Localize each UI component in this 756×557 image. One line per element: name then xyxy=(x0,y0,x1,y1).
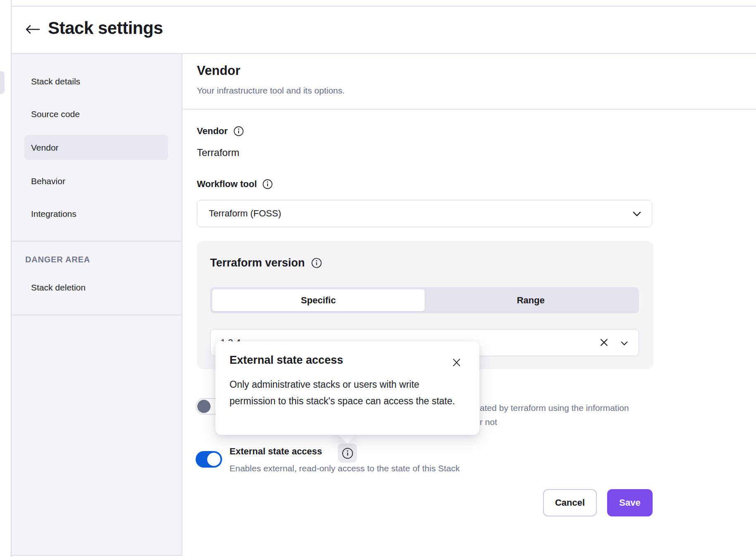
terraform-version-title: Terraform version xyxy=(210,257,305,269)
sidebar-item-vendor[interactable]: Vendor xyxy=(24,135,168,160)
external-state-access-description: Enables external, read-only access to th… xyxy=(230,463,460,473)
info-icon xyxy=(342,447,354,459)
chevron-down-icon xyxy=(631,208,643,222)
stack-settings-page: Stack settings Stack details Source code… xyxy=(0,0,756,557)
section-divider xyxy=(183,109,756,110)
settings-sidebar: Stack details Source code Vendor Behavio… xyxy=(12,54,182,556)
external-state-access-toggle[interactable] xyxy=(196,451,222,468)
sidebar-section-divider xyxy=(12,315,182,315)
cancel-button[interactable]: Cancel xyxy=(543,489,597,516)
external-state-access-label: External state access xyxy=(230,446,322,457)
workflow-tool-selected-value: Terraform (FOSS) xyxy=(209,208,281,219)
info-icon[interactable] xyxy=(262,179,273,190)
chevron-down-icon[interactable] xyxy=(619,338,629,348)
clear-icon[interactable] xyxy=(598,337,610,348)
arrow-left-icon xyxy=(24,24,40,36)
section-subtitle: Your infrastructure tool and its options… xyxy=(197,86,345,96)
external-state-info-chip[interactable] xyxy=(338,444,357,463)
occluded-description-line1: ated by terraform using the information xyxy=(480,403,629,413)
sidebar-item-stack-deletion[interactable]: Stack deletion xyxy=(12,275,182,300)
vendor-field-label-row: Vendor xyxy=(197,126,244,137)
sidebar-item-source-code[interactable]: Source code xyxy=(12,101,182,127)
sidebar-item-behavior[interactable]: Behavior xyxy=(12,168,182,194)
workflow-tool-label-row: Workflow tool xyxy=(197,179,273,190)
occluded-description-line2: r not xyxy=(480,417,497,427)
toggle-knob xyxy=(207,453,220,466)
save-button[interactable]: Save xyxy=(607,489,653,516)
tooltip-title: External state access xyxy=(230,354,343,367)
page-title: Stack settings xyxy=(48,18,163,38)
section-title: Vendor xyxy=(197,63,240,78)
external-state-access-tooltip: External state access Only administrativ… xyxy=(215,341,479,435)
back-button[interactable] xyxy=(23,21,41,39)
info-icon[interactable] xyxy=(311,257,322,269)
drawer-handle[interactable] xyxy=(0,71,5,94)
sidebar-section-divider xyxy=(12,241,182,242)
sidebar-item-stack-details[interactable]: Stack details xyxy=(12,69,182,94)
terraform-version-title-row: Terraform version xyxy=(210,257,322,269)
vendor-field-label: Vendor xyxy=(197,126,228,137)
workflow-tool-select[interactable]: Terraform (FOSS) xyxy=(197,200,652,227)
version-mode-tabs: Specific Range xyxy=(210,287,639,313)
info-icon[interactable] xyxy=(233,126,244,137)
top-frame-divider xyxy=(12,6,756,7)
tab-range[interactable]: Range xyxy=(425,289,637,311)
close-icon[interactable] xyxy=(450,356,463,369)
danger-area-heading: DANGER AREA xyxy=(25,255,90,264)
sidebar-item-integrations[interactable]: Integrations xyxy=(12,201,182,227)
tooltip-body: Only administrative stacks or users with… xyxy=(230,376,458,409)
tab-specific[interactable]: Specific xyxy=(212,289,425,311)
toggle-knob xyxy=(197,400,211,413)
vendor-field-value: Terraform xyxy=(197,147,239,158)
workflow-tool-label: Workflow tool xyxy=(197,179,257,190)
